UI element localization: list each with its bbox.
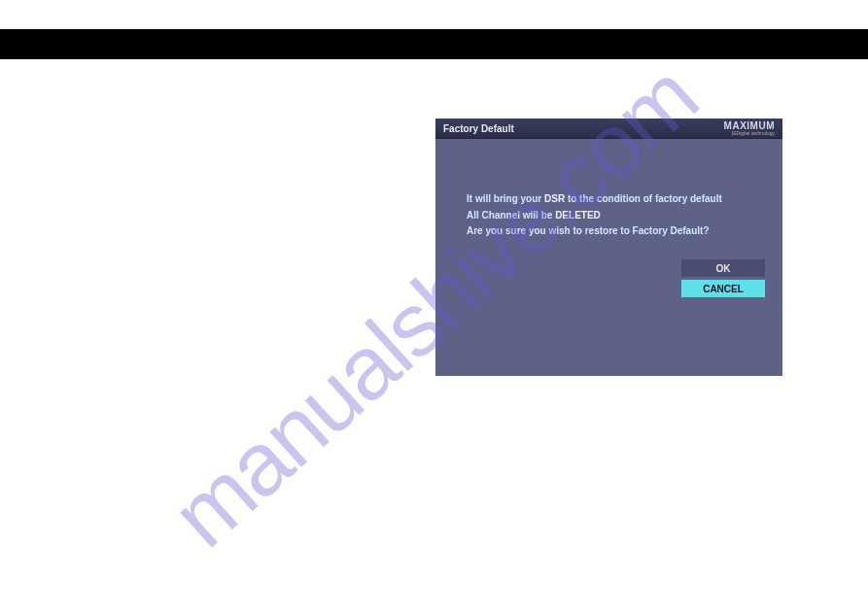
msg-line1-suffix: to the condition of factory default <box>565 193 722 204</box>
page-header-bar <box>0 29 868 59</box>
brand-name: MAXIMUM <box>724 121 775 131</box>
ok-button[interactable]: OK <box>681 259 765 277</box>
dialog-title: Factory Default <box>443 123 514 134</box>
msg-line1-prefix: It will bring your <box>467 193 544 204</box>
msg-line1-dsr: DSR <box>544 193 565 204</box>
factory-default-dialog: Factory Default MAXIMUM (EDigital techno… <box>435 119 782 376</box>
msg-line2-prefix: All Channel will be <box>467 210 555 221</box>
dialog-header: Factory Default MAXIMUM (EDigital techno… <box>435 119 782 139</box>
cancel-button[interactable]: CANCEL <box>681 280 765 297</box>
dialog-message: It will bring your DSR to the condition … <box>467 191 722 240</box>
button-stack: OK CANCEL <box>681 259 765 300</box>
brand-tagline: (EDigital technology <box>724 131 775 136</box>
msg-line3: Are you sure you wish to restore to Fact… <box>467 223 722 240</box>
brand-logo: MAXIMUM (EDigital technology <box>724 121 775 136</box>
msg-line2-deleted: DELETED <box>555 210 601 221</box>
